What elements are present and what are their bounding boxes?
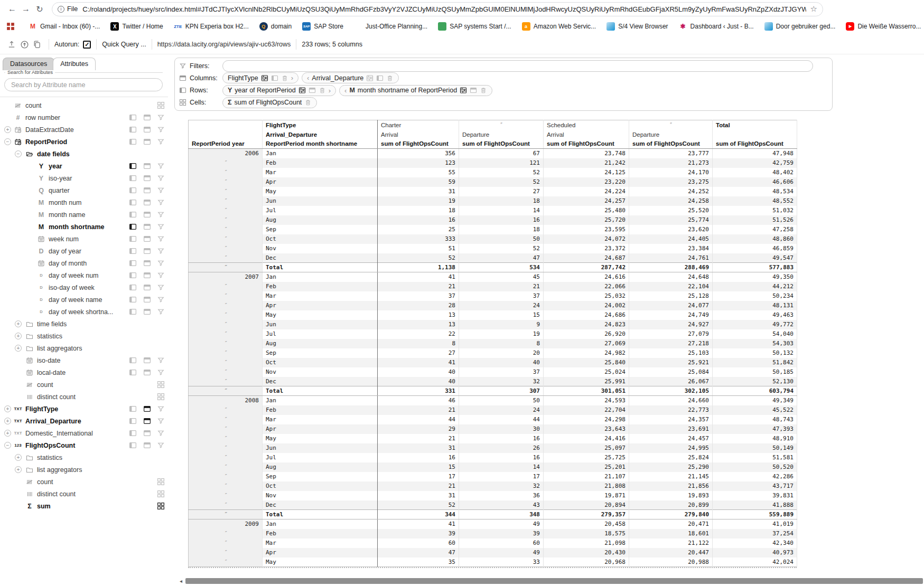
totals-toggle-icon[interactable]	[366, 74, 374, 82]
filter-icon[interactable]	[157, 211, 165, 219]
expand-icon[interactable]: +	[4, 405, 11, 412]
place-on-columns-icon[interactable]	[143, 356, 151, 364]
move-right-icon[interactable]: ›	[329, 87, 331, 94]
tab-datasources[interactable]: Datasources	[3, 58, 54, 70]
remove-chip-icon[interactable]	[480, 87, 487, 94]
attribute-statistics[interactable]: +statistics	[0, 330, 168, 342]
filter-icon[interactable]	[157, 114, 165, 121]
copy-icon[interactable]	[31, 38, 43, 51]
move-right-icon[interactable]: ›	[291, 74, 293, 82]
place-on-columns-icon[interactable]	[143, 368, 151, 376]
filter-icon[interactable]	[157, 296, 165, 304]
bookmark-item-die-wei-e-wasserro[interactable]: ▶Die Weiße Wasserro...	[846, 22, 921, 31]
filter-icon[interactable]	[157, 259, 165, 267]
place-on-columns-icon[interactable]	[143, 405, 151, 413]
remove-chip-icon[interactable]	[304, 99, 312, 106]
place-on-rows-icon[interactable]	[129, 211, 137, 219]
bookmark-item-just-office-planning[interactable]: Just-Office Planning...	[354, 22, 427, 31]
place-on-rows-icon[interactable]	[129, 429, 137, 437]
filter-icon[interactable]	[157, 429, 165, 437]
autorun-checkbox[interactable]: ✓	[83, 41, 91, 49]
site-info-chip[interactable]: i File	[58, 5, 82, 13]
filter-icon[interactable]	[157, 308, 165, 316]
attribute-flighttype[interactable]: +TXTFlightType	[0, 403, 168, 415]
bookmark-item-gmail-inbox-60[interactable]: MGmail - Inbox (60) -...	[29, 22, 100, 31]
place-on-columns-icon[interactable]	[143, 308, 151, 316]
attribute-time-fields[interactable]: +time fields	[0, 318, 168, 330]
filter-icon[interactable]	[157, 283, 165, 291]
place-on-columns-icon[interactable]	[143, 235, 151, 243]
attribute-iso-day-of-week[interactable]: Diso-day of week	[0, 281, 168, 294]
bookmark-star-icon[interactable]: ☆	[810, 4, 817, 14]
place-on-rows-icon[interactable]	[129, 114, 137, 121]
filter-icon[interactable]	[157, 247, 165, 255]
place-on-rows-icon[interactable]	[129, 126, 137, 134]
move-to-columns-icon[interactable]	[470, 87, 477, 94]
query-chip-month-shortname-of-reportperiod[interactable]: ‹Mmonth shortname of ReportPeriod	[339, 85, 492, 96]
quick-query-button[interactable]: Quick Query ...	[102, 41, 146, 48]
filter-icon[interactable]	[157, 186, 165, 194]
move-to-columns-icon[interactable]	[309, 87, 316, 94]
place-in-cells-icon[interactable]	[157, 393, 165, 401]
bookmark-item-door-gebruiker-ged[interactable]: Door gebruiker ged...	[764, 22, 836, 31]
expand-icon[interactable]: +	[4, 430, 11, 437]
attribute-statistics[interactable]: +statistics	[0, 451, 168, 464]
attribute-count[interactable]: count	[0, 99, 168, 111]
place-on-columns-icon[interactable]	[143, 283, 151, 291]
attribute-quarter[interactable]: Qquarter	[0, 184, 168, 196]
place-on-columns-icon[interactable]	[143, 441, 151, 449]
place-on-columns-icon[interactable]	[143, 417, 151, 425]
attribute-sum[interactable]: Σsum	[0, 500, 168, 512]
forward-icon[interactable]: →	[19, 2, 33, 16]
place-on-rows-icon[interactable]	[129, 199, 137, 206]
attribute-date-fields[interactable]: −date fields	[0, 148, 168, 160]
place-on-rows-icon[interactable]	[129, 223, 137, 231]
expand-icon[interactable]: +	[15, 333, 22, 339]
expand-icon[interactable]: +	[15, 454, 22, 461]
attribute-row-number[interactable]: #row number	[0, 111, 168, 124]
place-in-cells-icon[interactable]	[157, 502, 165, 510]
place-on-columns-icon[interactable]	[143, 271, 151, 279]
attribute-reportperiod[interactable]: −ReportPeriod	[0, 136, 168, 148]
remove-chip-icon[interactable]	[281, 74, 288, 82]
expand-icon[interactable]: +	[15, 345, 22, 352]
place-in-cells-icon[interactable]	[157, 101, 165, 109]
bookmark-item-kpn-experia-box-h2[interactable]: ZTEKPN Experia box H2...	[174, 22, 249, 31]
attribute-day-of-week-shortna[interactable]: Dday of week shortna...	[0, 306, 168, 318]
place-on-rows-icon[interactable]	[129, 296, 137, 304]
place-on-columns-icon[interactable]	[143, 296, 151, 304]
attribute-dataextractdate[interactable]: +DataExtractDate	[0, 124, 168, 136]
attribute-search-input[interactable]	[4, 78, 163, 91]
attribute-month-name[interactable]: Mmonth name	[0, 209, 168, 221]
filter-icon[interactable]	[157, 199, 165, 206]
filter-icon[interactable]	[157, 271, 165, 279]
filter-icon[interactable]	[157, 138, 165, 146]
bookmark-item-s-4-view-browser[interactable]: S/4 View Browser	[606, 22, 668, 31]
attribute-month-shortname[interactable]: Mmonth shortname	[0, 221, 168, 233]
attribute-day-of-week-name[interactable]: Dday of week name	[0, 294, 168, 306]
place-on-rows-icon[interactable]	[129, 368, 137, 376]
totals-toggle-icon[interactable]	[460, 87, 467, 94]
attribute-arrival-departure[interactable]: +TXTArrival_Departure	[0, 415, 168, 427]
remove-chip-icon[interactable]	[319, 87, 326, 94]
attribute-list-aggregators[interactable]: +list aggregators	[0, 464, 168, 476]
place-on-columns-icon[interactable]	[143, 174, 151, 182]
place-on-rows-icon[interactable]	[129, 308, 137, 316]
datasource-url[interactable]: https://data.lacity.org/api/views/ajiv-u…	[157, 41, 291, 48]
collapse-icon[interactable]: −	[4, 442, 11, 449]
expand-icon[interactable]: +	[15, 466, 22, 473]
filter-icon[interactable]	[157, 223, 165, 231]
tab-attributes[interactable]: Attributes	[53, 58, 96, 70]
place-on-rows-icon[interactable]	[129, 235, 137, 243]
filter-icon[interactable]	[157, 126, 165, 134]
bookmark-item-amazon-web-servic[interactable]: aAmazon Web Servic...	[522, 22, 596, 31]
upload-icon[interactable]	[5, 38, 18, 51]
place-on-rows-icon[interactable]	[129, 283, 137, 291]
place-in-cells-icon[interactable]	[157, 478, 165, 486]
attribute-day-of-month[interactable]: day of month	[0, 257, 168, 269]
attribute-week-num[interactable]: week num	[0, 233, 168, 245]
place-on-rows-icon[interactable]	[129, 356, 137, 364]
filter-icon[interactable]	[157, 235, 165, 243]
place-in-cells-icon[interactable]	[157, 381, 165, 389]
place-on-columns-icon[interactable]	[143, 138, 151, 146]
